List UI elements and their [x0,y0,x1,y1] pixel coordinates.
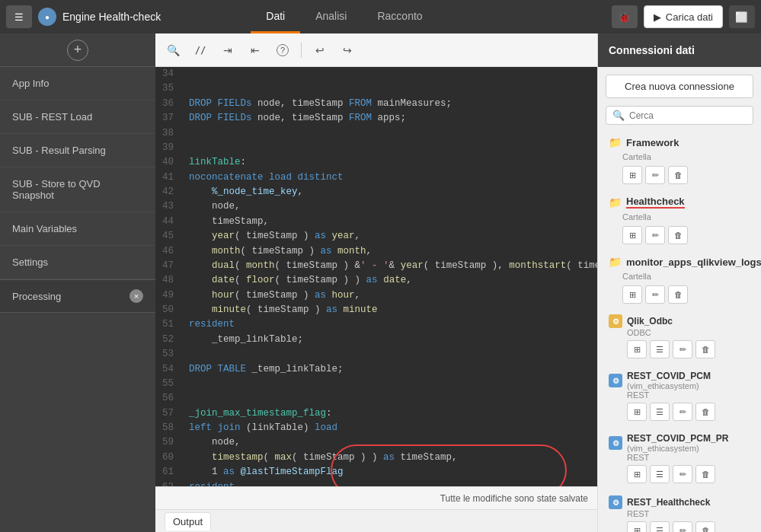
outdent-button[interactable]: ⇤ [244,40,267,61]
folder-edit-button[interactable]: ✏ [645,166,665,184]
folder-table-button[interactable]: ⊞ [622,226,642,244]
processing-close-button[interactable]: × [129,289,143,303]
folder-edit-button[interactable]: ✏ [645,285,665,304]
folder-edit-button[interactable]: ✏ [645,226,665,244]
conn-table-button[interactable]: ☰ [650,521,670,532]
hamburger-button[interactable]: ☰ [6,5,32,28]
sidebar-item-qvd-snapshot[interactable]: SUB - Store to QVD Snapshot [0,167,155,212]
table-row: 52 _temp_linkTable; [155,333,597,347]
debug-button[interactable]: 🐞 [612,5,638,28]
conn-delete-button[interactable]: 🗑 [695,340,715,358]
sidebar-item-settings[interactable]: Settings [0,246,155,279]
search-icon: 🔍 [167,44,180,56]
line-number: 34 [155,67,183,81]
line-number: 39 [155,141,183,155]
table-row: 56 [155,391,597,406]
tab-racconto[interactable]: Racconto [362,0,437,33]
folder-icon: 📁 [609,256,622,268]
conn-item-header: ⚙ REST_COVID_PCM_PR (vim_ethicasystem) [606,430,753,453]
conn-delete-button[interactable]: 🗑 [695,465,715,483]
undo-button[interactable]: ↩ [309,40,331,61]
search-button[interactable]: 🔍 [161,40,184,61]
folder-header[interactable]: 📁 Framework [606,132,753,152]
folder-delete-button[interactable]: 🗑 [668,166,688,184]
line-number: 59 [155,435,183,450]
table-row: 57_join_max_timestamp_flag: [155,406,597,421]
line-number: 47 [155,259,183,273]
conn-item-sub: (vim_ethicasystem) [627,381,711,390]
folder-header[interactable]: 📁 monitor_apps_qlikview_logs [606,252,753,272]
line-number: 41 [155,170,183,185]
line-number: 52 [155,333,183,347]
sidebar-item-main-variables[interactable]: Main Variables [0,212,155,246]
conn-preview-button[interactable]: ⊞ [627,465,647,483]
tab-dati[interactable]: Dati [251,0,300,33]
line-number: 57 [155,406,183,421]
sidebar-top: + [0,33,155,67]
folder-delete-button[interactable]: 🗑 [668,226,688,244]
folder-icon: 📁 [609,136,622,148]
folder-table-button[interactable]: ⊞ [622,166,642,184]
conn-table-button[interactable]: ☰ [650,340,670,358]
conn-edit-button[interactable]: ✏ [673,340,692,358]
comment-button[interactable]: // [189,40,212,61]
indent-button[interactable]: ⇥ [216,40,239,61]
line-code [183,141,597,155]
folder-icon: 📁 [609,196,622,209]
folder-delete-button[interactable]: 🗑 [668,285,688,304]
editor-content[interactable]: 343536DROP FIELDs node, timeStamp FROM m… [155,67,597,486]
sidebar-add-button[interactable]: + [67,40,88,61]
redo-button[interactable]: ↪ [336,40,359,61]
status-text: Tutte le modifiche sono state salvate [440,493,588,504]
conn-edit-button[interactable]: ✏ [673,403,692,421]
table-row: 45 year( timeStamp ) as year, [155,229,597,244]
sidebar-section-processing[interactable]: Processing × [0,279,155,313]
conn-edit-button[interactable]: ✏ [673,465,692,483]
conn-table-button[interactable]: ☰ [650,403,670,421]
folder-name: Framework [626,137,679,148]
line-number: 54 [155,362,183,377]
connection-item: ⚙ Qlik_Odbc ODBC ⊞ ☰ ✏ 🗑 [606,311,753,362]
sidebar-item-rest-load[interactable]: SUB - REST Load [0,100,155,134]
folder-name: monitor_apps_qlikview_logs [626,256,761,268]
editor-wrapper: 343536DROP FIELDs node, timeStamp FROM m… [155,67,597,486]
crea-connessione-button[interactable]: Crea nuova connessione [606,75,753,98]
line-number: 46 [155,244,183,259]
conn-type-icon: ⚙ [609,495,622,509]
table-row: 62resident [155,480,597,487]
conn-preview-button[interactable]: ⊞ [627,521,647,532]
conn-edit-button[interactable]: ✏ [673,521,692,532]
folder-table-button[interactable]: ⊞ [622,285,642,304]
editor-toolbar: 🔍 // ⇥ ⇤ ? ↩ ↪ [155,33,597,67]
conn-preview-button[interactable]: ⊞ [627,403,647,421]
table-row: 42 %_node_time_key, [155,185,597,199]
line-code: resident [183,480,597,487]
line-number: 44 [155,215,183,229]
connections-list: 📁 Framework Cartella ⊞ ✏ 🗑 📁 Healthcheck… [606,132,753,532]
fullscreen-button[interactable]: ⬜ [729,5,755,28]
table-row: 43 node, [155,199,597,214]
table-row: 53 [155,347,597,362]
sidebar-item-app-info[interactable]: App Info [0,67,155,100]
conn-item-info: REST_COVID_PCM (vim_ethicasystem) [627,371,711,390]
line-number: 50 [155,303,183,317]
line-code [183,67,597,81]
conn-delete-button[interactable]: 🗑 [695,521,715,532]
bug-icon: 🐞 [618,11,631,23]
conn-item-actions: ⊞ ☰ ✏ 🗑 [606,464,753,486]
conn-preview-button[interactable]: ⊞ [627,340,647,358]
output-tab[interactable]: Output [165,512,211,530]
folder-actions: ⊞ ✏ 🗑 [606,284,753,307]
conn-table-button[interactable]: ☰ [650,465,670,483]
app-icon-symbol: ● [45,13,50,21]
help-button[interactable]: ? [271,40,294,61]
conn-item-actions: ⊞ ☰ ✏ 🗑 [606,401,753,424]
carica-dati-button[interactable]: ▶ Carica dati [644,5,723,28]
tab-analisi[interactable]: Analisi [300,0,362,33]
table-row: 40linkTable: [155,155,597,170]
conn-delete-button[interactable]: 🗑 [695,403,715,421]
conn-item-type: REST [606,509,753,520]
sidebar-item-result-parsing[interactable]: SUB - Result Parsing [0,134,155,167]
folder-header[interactable]: 📁 Healthcheck [606,192,753,212]
search-conn-input[interactable] [629,110,747,121]
